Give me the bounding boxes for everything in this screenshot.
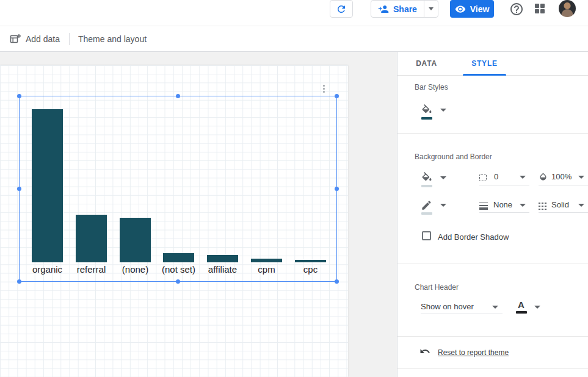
view-button-label: View — [470, 4, 490, 14]
panel-divider — [397, 336, 588, 337]
refresh-button[interactable] — [330, 0, 353, 18]
bar-fill-color-swatch[interactable] — [421, 117, 432, 120]
chart-header-visibility-caret[interactable] — [492, 306, 498, 309]
panel-divider — [397, 264, 588, 264]
font-color-icon[interactable]: A — [518, 300, 524, 310]
background-fill-color-icon[interactable] — [421, 172, 433, 184]
toolbar-separator — [69, 33, 70, 45]
border-color-pen-icon[interactable] — [421, 199, 433, 212]
line-style-icon — [539, 203, 547, 210]
help-button[interactable] — [509, 2, 524, 16]
reset-to-report-theme-link[interactable]: Reset to report theme — [438, 348, 509, 357]
corner-radius-dropdown-caret[interactable] — [520, 176, 526, 179]
border-style-dropdown-caret[interactable] — [578, 204, 584, 207]
border-weight-dropdown-caret[interactable] — [520, 204, 526, 207]
canvas-workspace[interactable]: organicreferral(none)(not set)affiliatec… — [0, 52, 397, 377]
undo-icon — [419, 346, 430, 357]
background-fill-color-swatch[interactable] — [421, 185, 432, 187]
panel-tabs: DATA STYLE — [397, 52, 588, 76]
corner-radius-value[interactable]: 0 — [494, 172, 498, 181]
report-page[interactable]: organicreferral(none)(not set)affiliatec… — [0, 65, 348, 377]
add-border-shadow-label: Add Border Shadow — [438, 232, 509, 242]
line-weight-icon — [479, 203, 488, 210]
share-button-label: Share — [393, 4, 417, 14]
user-avatar[interactable] — [559, 0, 576, 17]
resize-handle-bottom-right[interactable] — [335, 279, 339, 284]
opacity-value[interactable]: 100% — [551, 172, 572, 181]
share-button-group: Share — [371, 0, 438, 18]
top-bar: Share View — [0, 0, 588, 26]
resize-handle-bottom-middle[interactable] — [176, 279, 180, 284]
tab-style[interactable]: STYLE — [456, 52, 514, 75]
add-border-shadow-checkbox[interactable] — [422, 231, 431, 240]
panel-divider — [397, 133, 588, 134]
theme-and-layout-label: Theme and layout — [78, 34, 147, 44]
resize-handle-middle-left[interactable] — [17, 187, 21, 191]
add-data-label: Add data — [26, 34, 60, 44]
resize-handle-bottom-left[interactable] — [17, 279, 21, 284]
background-fill-dropdown-caret[interactable] — [440, 176, 446, 179]
border-style-value[interactable]: Solid — [551, 200, 569, 209]
background-border-section-title: Background and Border — [415, 153, 492, 161]
properties-panel: DATA STYLE Bar Styles Background and Bor… — [397, 52, 588, 377]
font-color-swatch[interactable] — [516, 311, 527, 314]
bar-fill-color-icon[interactable] — [421, 104, 433, 117]
resize-handle-top-right[interactable] — [335, 94, 339, 98]
chevron-down-icon — [429, 7, 434, 10]
border-style-underline — [539, 212, 588, 213]
chart-selection-box — [19, 96, 337, 282]
border-weight-underline — [479, 212, 529, 213]
apps-grid-icon — [534, 3, 545, 14]
theme-and-layout-button[interactable]: Theme and layout — [78, 26, 147, 51]
resize-handle-middle-right[interactable] — [335, 187, 339, 191]
font-color-dropdown-caret[interactable] — [534, 306, 540, 309]
add-data-button[interactable]: Add data — [10, 26, 60, 51]
share-button[interactable]: Share — [371, 1, 424, 17]
opacity-underline — [539, 185, 588, 185]
border-color-swatch[interactable] — [421, 212, 432, 215]
opacity-dropdown-caret[interactable] — [578, 176, 584, 179]
eye-icon — [455, 4, 466, 15]
bar-fill-color-dropdown-caret[interactable] — [440, 109, 446, 112]
person-add-icon — [378, 4, 389, 15]
edit-toolbar: Add data Theme and layout — [0, 26, 588, 52]
chart-header-visibility-select[interactable]: Show on hover — [421, 302, 474, 311]
resize-handle-top-left[interactable] — [17, 94, 21, 98]
app-window: Share View — [0, 0, 588, 377]
opacity-icon — [539, 172, 547, 181]
panel-divider — [397, 368, 588, 369]
help-icon — [509, 2, 524, 16]
share-dropdown-button[interactable] — [424, 1, 438, 17]
corner-radius-underline — [479, 185, 529, 185]
bar-styles-section-title: Bar Styles — [415, 83, 448, 92]
border-color-dropdown-caret[interactable] — [440, 204, 446, 207]
resize-handle-top-middle[interactable] — [176, 94, 180, 98]
chart-menu-ellipsis-icon[interactable] — [319, 82, 328, 95]
tab-data[interactable]: DATA — [397, 52, 456, 75]
refresh-icon — [336, 4, 347, 15]
corner-radius-icon — [479, 174, 487, 181]
chart-header-visibility-underline — [421, 314, 503, 314]
view-button[interactable]: View — [450, 0, 494, 18]
apps-grid-button[interactable] — [534, 3, 545, 14]
border-weight-value[interactable]: None — [493, 200, 512, 209]
chart-header-section-title: Chart Header — [415, 283, 459, 292]
add-data-icon — [10, 34, 21, 45]
